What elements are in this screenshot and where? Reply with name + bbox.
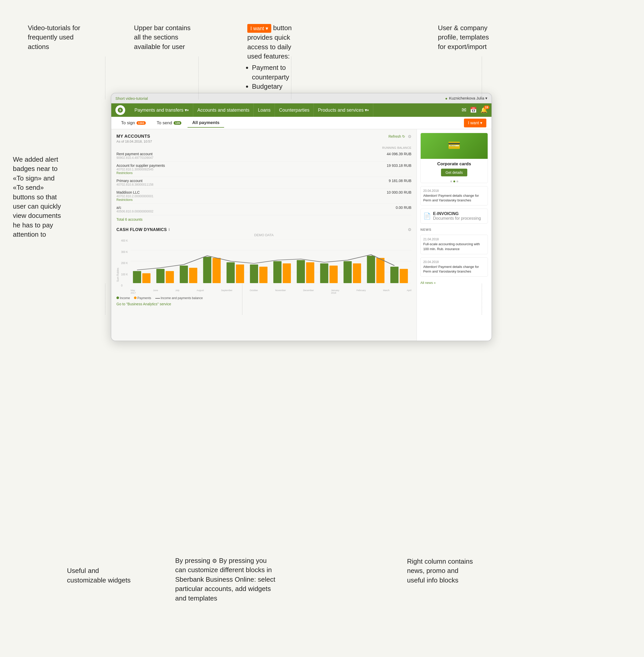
svg-rect-26 [353, 264, 361, 283]
svg-rect-19 [273, 261, 281, 283]
accounts-settings-icon[interactable]: ⚙ [408, 134, 411, 139]
nav-bell-icon[interactable]: 🔔 19 [480, 107, 487, 113]
einvoice-item[interactable]: 📄 E-INVOICING Documents for processing [420, 209, 488, 223]
annotation-nav: Upper bar contains all the sections avai… [134, 23, 191, 51]
tab-all-payments[interactable]: All payments [187, 118, 224, 128]
account-number: 40702.810.8.38000011158 [116, 183, 301, 187]
promo-card-banner: 💳 [421, 133, 488, 159]
annotation-widgets: Useful and customizable widgets [67, 566, 134, 585]
news-section-label: NEWS [420, 228, 488, 232]
go-analytics-link[interactable]: Go to "Business Analytics" service [116, 302, 411, 306]
accounts-title: MY ACCOUNTS [116, 134, 150, 139]
svg-rect-14 [212, 258, 221, 283]
svg-rect-13 [203, 257, 211, 283]
tab-to-sign[interactable]: To sign 1161 [116, 118, 151, 128]
tab-iwant-button[interactable]: I want ▾ [464, 118, 486, 127]
chart-legend: Income Payments Income and payments bala… [116, 296, 411, 300]
account-restrictions[interactable]: Restrictions [116, 198, 301, 202]
nav-item-counterparties[interactable]: Counterparties [275, 103, 314, 117]
left-column: MY ACCOUNTS Refresh ↻ ⚙ As of 18.04.2018… [111, 129, 417, 341]
alert-item: 20.04.2018 Attention! Payment details ch… [420, 186, 488, 205]
account-number: 40702.810.1.30000092545 [116, 168, 301, 171]
account-number: 40702.810.2.00000000001 [116, 194, 301, 198]
table-row: Maddison LLC 40702.810.2.00000000001 Res… [116, 189, 411, 204]
svg-rect-27 [367, 256, 375, 283]
account-name[interactable]: Maddison LLC [116, 190, 301, 194]
income-legend-dot [116, 297, 119, 299]
nav-calendar-icon[interactable]: 📅 [470, 107, 477, 113]
alert-text: Attention! Payment details change for Pe… [423, 193, 485, 203]
svg-rect-9 [156, 269, 165, 283]
account-number: 90902.810.4.49770109047 [116, 156, 301, 160]
nav-mail-icon[interactable]: ✉ [462, 107, 466, 113]
einvoice-icon: 📄 [423, 213, 431, 220]
table-row: Account for supplier payments 40702.810.… [116, 162, 411, 177]
nav-bell-badge: 19 [484, 106, 489, 109]
browser-tutorial-link[interactable]: Short video-tutorial [115, 96, 148, 101]
x-axis-labels: May2017 June July August September Octob… [131, 289, 411, 294]
nav-bar: S Payments and transfers ▾ Accounts and … [111, 103, 491, 117]
account-name[interactable]: Account for supplier payments [116, 163, 301, 168]
svg-rect-30 [400, 269, 408, 283]
svg-rect-10 [166, 271, 174, 283]
cashflow-settings-icon[interactable]: ⚙ [408, 227, 411, 232]
guide-line-4 [482, 57, 482, 99]
promo-dot-3[interactable] [457, 180, 458, 182]
svg-rect-29 [390, 267, 398, 283]
svg-rect-7 [133, 271, 141, 283]
accounts-section-header: MY ACCOUNTS Refresh ↻ ⚙ [116, 134, 411, 139]
guide-line-bottom-2 [242, 284, 243, 314]
refresh-button[interactable]: Refresh ↻ [388, 134, 405, 138]
promo-dot-2[interactable] [453, 180, 455, 182]
svg-rect-8 [142, 273, 151, 283]
account-number: 40506.810.9.00000000002 [116, 210, 301, 213]
demo-label: DEMO DATA [116, 233, 411, 237]
nav-item-accounts[interactable]: Accounts and statements [193, 103, 254, 117]
nav-item-products[interactable]: Products and services ▾ [314, 103, 373, 117]
nav-item-payments[interactable]: Payments and transfers ▾ [130, 103, 193, 117]
total-accounts-link[interactable]: Total 6 accounts [116, 217, 411, 221]
annotation-badges: We added alert badges near to «To sign» … [13, 155, 67, 239]
account-balance: 9 181.08 RUB [301, 177, 411, 189]
promo-card: 💳 Corporate cards Get details [420, 133, 488, 183]
cashflow-info-icon[interactable]: ℹ [168, 228, 170, 232]
promo-dot-1[interactable] [450, 180, 452, 182]
promo-card-icon: 💳 [448, 139, 461, 151]
promo-get-details-button[interactable]: Get details [441, 169, 467, 176]
svg-rect-22 [306, 262, 314, 283]
table-row: Rent payment account 90902.810.4.4977010… [116, 150, 411, 162]
accounts-subtitle: As of 18.04.2018, 10:57 [116, 139, 411, 144]
news-item-2[interactable]: 20.04.2018 Attention! Payment details ch… [420, 257, 488, 277]
news-item-1[interactable]: 21.04.2018 Full-scale accounting outsour… [420, 235, 488, 254]
nav-logo[interactable]: S [115, 105, 125, 115]
svg-rect-23 [320, 264, 328, 283]
einvoice-text: E-INVOICING Documents for processing [433, 212, 481, 221]
news-text-1: Full-scale accounting outsourcing with 1… [423, 242, 485, 251]
guide-line-bottom-3 [482, 284, 482, 314]
account-name[interactable]: Rent payment account [116, 152, 301, 156]
nav-item-loans[interactable]: Loans [254, 103, 275, 117]
account-restrictions[interactable]: Restrictions [116, 171, 301, 175]
promo-dots [421, 180, 488, 182]
account-balance: 0.00 RUB [301, 204, 411, 215]
browser-user-info[interactable]: ● Kuznichenkova Julia ▾ [445, 96, 487, 101]
right-column: 💳 Corporate cards Get details 20.04.2018… [417, 129, 491, 341]
all-news-link[interactable]: All news » [420, 281, 488, 285]
svg-rect-25 [344, 261, 352, 283]
account-name[interactable]: a/c [116, 205, 301, 210]
news-date-1: 21.04.2018 [423, 238, 485, 241]
tab-to-send[interactable]: To send 139 [152, 118, 186, 128]
account-name[interactable]: Primary account [116, 179, 301, 183]
einvoice-subtitle: Documents for processing [433, 216, 481, 221]
browser-frame: Short video-tutorial ● Kuznichenkova Jul… [111, 93, 492, 341]
svg-rect-21 [297, 260, 305, 283]
annotation-profile: User & company profile, templates for ex… [438, 23, 495, 51]
refresh-icon: ↻ [402, 134, 405, 138]
account-balance: 19 933.18 RUB [301, 162, 411, 177]
iwant-sample-label: I want ▾ [247, 24, 271, 33]
cashflow-header: CASH FLOW DYNAMICS ℹ ⚙ [116, 227, 411, 232]
svg-rect-12 [189, 268, 197, 283]
annotation-rightcol: Right column contains news, promo and us… [407, 557, 474, 585]
einvoice-title: E-INVOICING [433, 212, 481, 216]
svg-rect-16 [236, 265, 244, 283]
